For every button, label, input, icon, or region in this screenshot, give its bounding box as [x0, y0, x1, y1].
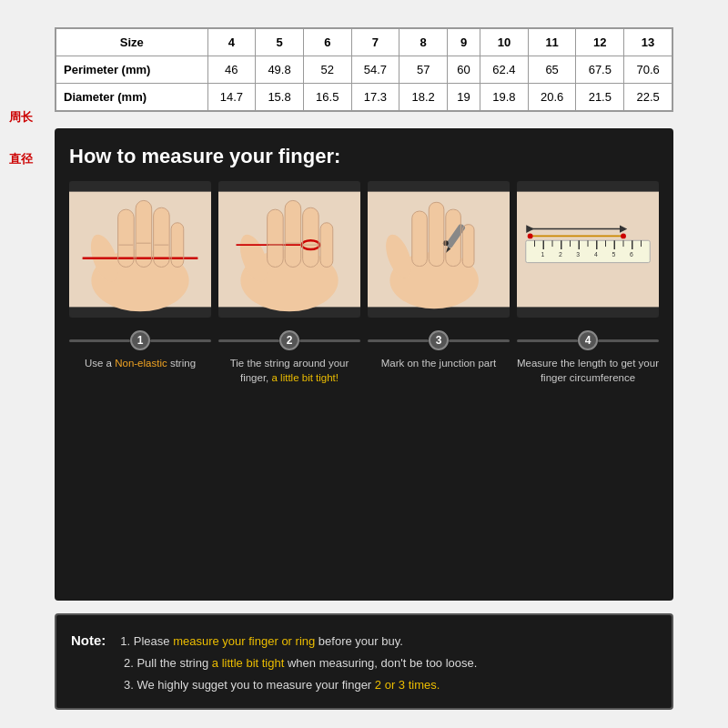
illustration-1 [69, 181, 211, 318]
note-section: Note: 1. Please measure your finger or r… [55, 613, 673, 710]
note-header-row: Note: 1. Please measure your finger or r… [71, 628, 657, 652]
svg-rect-36 [462, 225, 474, 268]
svg-point-68 [621, 233, 626, 238]
measure-section: How to measure your finger: [55, 128, 673, 601]
step-2-circle: 2 [279, 330, 299, 350]
svg-rect-33 [412, 211, 428, 266]
illustration-3 [368, 181, 510, 318]
p-4: 46 [207, 56, 256, 84]
step-2: 2 Tie the string around your finger, a l… [218, 330, 360, 385]
svg-text:2: 2 [559, 251, 562, 258]
circumference-label: 周长 [9, 109, 33, 126]
size-13: 13 [624, 29, 672, 56]
d-9: 19 [448, 84, 480, 111]
hand-svg-3 [368, 181, 510, 318]
svg-rect-5 [171, 223, 184, 268]
svg-text:4: 4 [594, 251, 598, 258]
p-8: 57 [399, 56, 448, 84]
step-4: 4 Measure the length to get your finger … [517, 330, 659, 385]
size-4: 4 [207, 29, 256, 56]
step-1-highlight: Non-elastic [115, 358, 167, 369]
note-2-highlight: a little bit tight [212, 656, 285, 670]
size-6: 6 [303, 29, 351, 56]
step-3-desc: Mark on the junction part [381, 356, 497, 370]
note-3-highlight: 2 or 3 times. [375, 678, 440, 692]
svg-rect-20 [320, 223, 333, 268]
d-7: 17.3 [351, 84, 399, 111]
step-3-circle: 3 [429, 330, 449, 350]
step-1-circle: 1 [130, 330, 150, 350]
d-4: 14.7 [207, 84, 256, 111]
size-8: 8 [399, 29, 448, 56]
step-1: 1 Use a Non-elastic string [69, 330, 211, 385]
size-11: 11 [528, 29, 576, 56]
d-5: 15.8 [256, 84, 304, 111]
p-10: 62.4 [480, 56, 529, 84]
p-12: 67.5 [576, 56, 624, 84]
diameter-row: Diameter (mm) 14.7 15.8 16.5 17.3 18.2 1… [56, 84, 672, 111]
size-5: 5 [256, 29, 304, 56]
size-9: 9 [448, 29, 480, 56]
svg-text:6: 6 [630, 251, 633, 258]
table-header-row: Size 4 5 6 7 8 9 10 11 12 13 [56, 29, 672, 56]
perimeter-label: Perimeter (mm) [56, 56, 208, 84]
p-7: 54.7 [351, 56, 399, 84]
step-4-circle: 4 [578, 330, 598, 350]
size-7: 7 [351, 29, 399, 56]
note-label: Note: [71, 628, 106, 652]
size-table: Size 4 5 6 7 8 9 10 11 12 13 Perimeter (… [56, 28, 672, 111]
page-wrapper: 周长 直径 Size 4 5 6 7 8 9 10 11 12 13 [0, 0, 728, 728]
p-11: 65 [528, 56, 576, 84]
size-12: 12 [576, 29, 624, 56]
size-10: 10 [480, 29, 529, 56]
note-1: 1. Please measure your finger or ring be… [120, 631, 403, 652]
perimeter-row: Perimeter (mm) 46 49.8 52 54.7 57 60 62.… [56, 56, 672, 84]
note-2-row: 2. Pull the string a little bit tight wh… [124, 652, 657, 673]
svg-point-67 [528, 233, 533, 238]
step-4-desc: Measure the length to get your finger ci… [517, 356, 659, 385]
illustration-2 [218, 181, 360, 318]
chinese-labels: 周长 直径 [9, 109, 33, 167]
step-2-desc: Tie the string around your finger, a lit… [218, 356, 360, 385]
svg-text:5: 5 [612, 251, 615, 258]
diameter-label-cell: Diameter (mm) [56, 84, 208, 111]
size-header: Size [56, 29, 208, 56]
p-5: 49.8 [256, 56, 304, 84]
illustrations-row: 1 2 3 4 5 6 [69, 181, 659, 318]
note-1-highlight: measure your finger or ring [173, 634, 315, 648]
p-9: 60 [448, 56, 480, 84]
d-13: 22.5 [624, 84, 672, 111]
d-12: 21.5 [576, 84, 624, 111]
svg-rect-17 [268, 209, 284, 267]
d-10: 19.8 [480, 84, 529, 111]
steps-row: 1 Use a Non-elastic string 2 Tie the str… [69, 330, 659, 385]
d-11: 20.6 [528, 84, 576, 111]
diameter-label: 直径 [9, 151, 33, 167]
p-6: 52 [303, 56, 351, 84]
d-8: 18.2 [399, 84, 448, 111]
measure-title: How to measure your finger: [69, 145, 659, 168]
svg-text:3: 3 [576, 251, 580, 258]
svg-text:1: 1 [541, 251, 544, 258]
p-13: 70.6 [624, 56, 672, 84]
step-1-desc: Use a Non-elastic string [85, 356, 196, 370]
size-table-wrapper: Size 4 5 6 7 8 9 10 11 12 13 Perimeter (… [55, 27, 673, 112]
svg-rect-34 [429, 202, 444, 266]
hand-svg-1 [69, 181, 211, 318]
svg-rect-19 [303, 207, 319, 267]
d-6: 16.5 [303, 84, 351, 111]
hand-svg-4: 1 2 3 4 5 6 [517, 181, 659, 318]
step-2-highlight: a little bit tight! [272, 372, 339, 383]
step-3: 3 Mark on the junction part [368, 330, 510, 385]
illustration-4: 1 2 3 4 5 6 [517, 181, 659, 318]
hand-svg-2 [218, 181, 360, 318]
svg-rect-18 [285, 200, 301, 267]
note-3-row: 3. We highly sugget you to measure your … [124, 674, 657, 695]
